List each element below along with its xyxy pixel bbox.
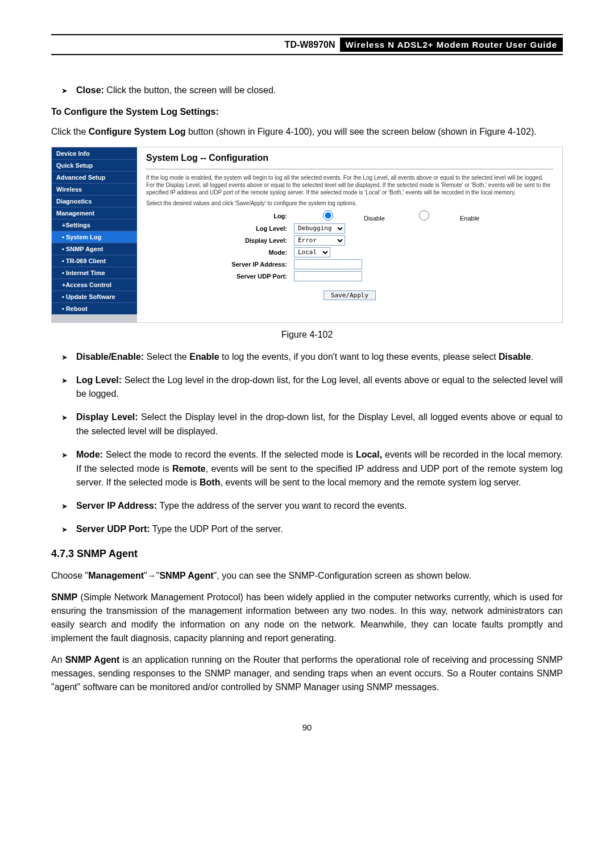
screenshot-divider xyxy=(146,169,553,169)
config-title: To Configure the System Log Settings: xyxy=(51,107,563,117)
triangle-bullet-icon xyxy=(61,373,76,402)
page-number: 90 xyxy=(51,722,563,732)
bullet-mode: Mode: Select the mode to record the even… xyxy=(61,448,563,490)
sidebar-sub-reboot[interactable]: • Reboot xyxy=(52,302,137,314)
sidebar-sub-settings[interactable]: +Settings xyxy=(52,219,137,231)
triangle-bullet-icon xyxy=(61,499,76,513)
close-label: Close: xyxy=(76,85,104,95)
snmp-para-3: An SNMP Agent is an application running … xyxy=(51,653,563,694)
sidebar: Device Info Quick Setup Advanced Setup W… xyxy=(52,147,137,322)
sidebar-sub-update-software[interactable]: • Update Software xyxy=(52,290,137,302)
log-label: Log: xyxy=(146,213,294,219)
close-text: Click the button, the screen will be clo… xyxy=(104,85,276,95)
triangle-bullet-icon xyxy=(61,350,76,364)
sidebar-item-management[interactable]: Management xyxy=(52,207,137,219)
mode-select[interactable]: Local xyxy=(294,247,330,258)
sidebar-sub-access-control[interactable]: +Access Control xyxy=(52,279,137,290)
bullet-log-level: Log Level: Select the Log level in the d… xyxy=(61,373,563,402)
screenshot-desc-1: If the log mode is enabled, the system w… xyxy=(146,174,553,196)
log-disable-radio[interactable] xyxy=(294,210,362,221)
guide-title-box: Wireless N ADSL2+ Modem Router User Guid… xyxy=(340,38,563,52)
save-apply-button[interactable]: Save/Apply xyxy=(323,290,376,300)
sidebar-item-diagnostics[interactable]: Diagnostics xyxy=(52,195,137,207)
header-top-line xyxy=(51,34,563,35)
sidebar-sub-system-log[interactable]: • System Log xyxy=(52,231,137,243)
triangle-bullet-icon xyxy=(61,522,76,537)
log-radio-group: Disable Enable xyxy=(294,210,479,222)
mode-label: Mode: xyxy=(146,249,294,256)
sidebar-bottom-spacer xyxy=(52,314,137,322)
config-paragraph: Click the Configure System Log button (s… xyxy=(51,125,563,139)
bullet-disable-enable: Disable/Enable: Select the Enable to log… xyxy=(61,350,563,364)
bullet-display-level: Display Level: Select the Display level … xyxy=(61,410,563,439)
screenshot-main: System Log -- Configuration If the log m… xyxy=(137,147,562,322)
sidebar-item-advanced-setup[interactable]: Advanced Setup xyxy=(52,171,137,183)
close-bullet: Close: Click the button, the screen will… xyxy=(61,84,563,98)
sidebar-item-quick-setup[interactable]: Quick Setup xyxy=(52,159,137,171)
sidebar-sub-internet-time[interactable]: • Internet Time xyxy=(52,267,137,279)
config-screenshot: Device Info Quick Setup Advanced Setup W… xyxy=(51,147,563,323)
sidebar-sub-tr069-client[interactable]: • TR-069 Client xyxy=(52,255,137,267)
serverudp-input[interactable] xyxy=(294,271,362,281)
loglevel-select[interactable]: Debugging xyxy=(294,223,345,234)
displaylevel-label: Display Level: xyxy=(146,237,294,244)
log-enable-text: Enable xyxy=(460,215,479,222)
log-enable-radio[interactable] xyxy=(390,210,458,221)
triangle-bullet-icon xyxy=(61,410,76,439)
log-disable-text: Disable xyxy=(364,215,385,222)
sidebar-item-wireless[interactable]: Wireless xyxy=(52,183,137,195)
sidebar-sub-snmp-agent[interactable]: • SNMP Agent xyxy=(52,243,137,255)
heading-4-7-3: 4.7.3 SNMP Agent xyxy=(51,548,563,560)
screenshot-desc-2: Select the desired values and click 'Sav… xyxy=(146,200,553,207)
snmp-para-1: Choose "Management"→"SNMP Agent", you ca… xyxy=(51,569,563,583)
document-page: TD-W8970N Wireless N ADSL2+ Modem Router… xyxy=(0,0,614,755)
model-number: TD-W8970N xyxy=(285,40,335,50)
screenshot-heading: System Log -- Configuration xyxy=(146,153,553,163)
serverip-label: Server IP Address: xyxy=(146,261,294,268)
serverudp-label: Server UDP Port: xyxy=(146,273,294,280)
loglevel-label: Log Level: xyxy=(146,225,294,232)
serverip-input[interactable] xyxy=(294,259,362,269)
header-underline xyxy=(51,54,563,55)
triangle-bullet-icon xyxy=(61,448,76,490)
triangle-bullet-icon xyxy=(61,84,76,98)
bullet-server-ip: Server IP Address: Type the address of t… xyxy=(61,499,563,513)
figure-caption: Figure 4-102 xyxy=(51,330,563,340)
sidebar-item-device-info[interactable]: Device Info xyxy=(52,147,137,159)
bullet-server-udp: Server UDP Port: Type the UDP Port of th… xyxy=(61,522,563,537)
displaylevel-select[interactable]: Error xyxy=(294,235,345,246)
header-bar: TD-W8970N Wireless N ADSL2+ Modem Router… xyxy=(51,38,563,52)
snmp-para-2: SNMP (Simple Network Management Protocol… xyxy=(51,591,563,645)
